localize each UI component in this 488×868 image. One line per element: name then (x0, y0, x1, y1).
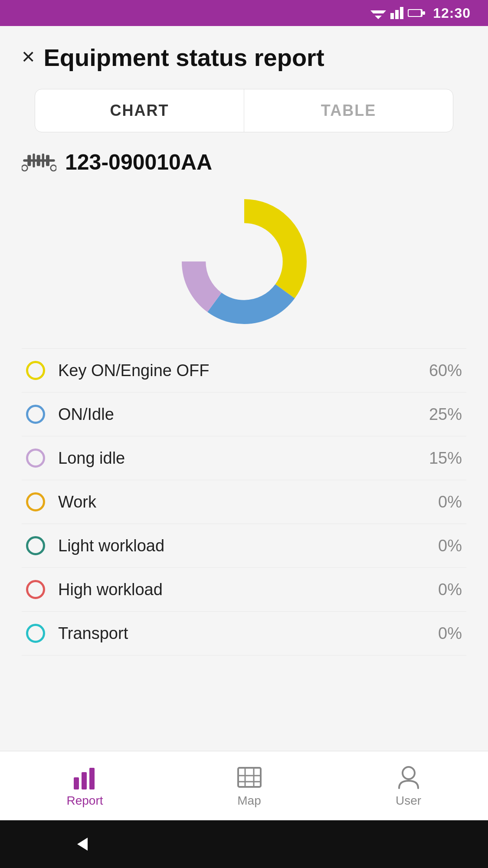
legend-label: High workload (58, 580, 438, 599)
status-time: 12:30 (433, 5, 471, 21)
svg-rect-3 (390, 13, 394, 19)
legend-item: High workload0% (22, 568, 466, 612)
back-button[interactable] (71, 833, 92, 855)
legend: Key ON/Engine OFF60%ON/Idle25%Long idle1… (0, 348, 488, 655)
main-content: × Equipment status report CHART TABLE 12… (0, 26, 488, 751)
equipment-row: 123-090010AA (0, 145, 488, 183)
svg-rect-4 (395, 10, 399, 19)
tab-switcher: CHART TABLE (35, 89, 453, 132)
report-icon (72, 764, 98, 790)
svg-rect-8 (409, 10, 421, 16)
legend-label: ON/Idle (58, 405, 429, 424)
nav-report[interactable]: Report (66, 764, 103, 808)
svg-rect-10 (27, 155, 31, 166)
tab-table[interactable]: TABLE (244, 89, 453, 132)
battery-icon (408, 8, 425, 18)
wifi-icon (370, 7, 386, 19)
status-icons (370, 7, 425, 19)
svg-point-29 (403, 767, 415, 779)
legend-item: Transport0% (22, 612, 466, 655)
svg-marker-30 (77, 838, 88, 851)
svg-point-16 (51, 165, 56, 171)
chart-container (0, 183, 488, 348)
legend-item: Work0% (22, 480, 466, 524)
legend-value: 25% (429, 405, 462, 424)
legend-value: 0% (438, 624, 462, 643)
svg-rect-11 (33, 154, 35, 167)
svg-point-15 (22, 165, 27, 171)
legend-item: Key ON/Engine OFF60% (22, 348, 466, 393)
equipment-icon (22, 151, 56, 173)
legend-dot (26, 536, 45, 555)
svg-rect-13 (42, 154, 44, 167)
legend-value: 15% (429, 449, 462, 468)
svg-rect-24 (238, 768, 261, 787)
legend-value: 0% (438, 580, 462, 599)
close-button[interactable]: × (22, 45, 35, 68)
svg-rect-14 (46, 155, 49, 166)
android-nav (0, 820, 488, 868)
legend-dot (26, 361, 45, 380)
nav-map-label: Map (237, 794, 261, 808)
svg-rect-5 (400, 7, 403, 19)
legend-label: Work (58, 493, 438, 511)
status-bar: 12:30 (0, 0, 488, 26)
signal-icon (390, 7, 403, 19)
svg-rect-22 (82, 772, 87, 789)
legend-dot (26, 492, 45, 511)
legend-label: Key ON/Engine OFF (58, 361, 429, 380)
legend-value: 0% (438, 493, 462, 511)
nav-user[interactable]: User (396, 764, 422, 808)
tab-chart[interactable]: CHART (35, 89, 244, 132)
legend-value: 0% (438, 537, 462, 555)
nav-user-label: User (396, 794, 421, 808)
bottom-nav: Report Map User (0, 751, 488, 820)
home-button[interactable] (233, 833, 255, 855)
legend-item: Light workload0% (22, 524, 466, 568)
nav-map[interactable]: Map (236, 764, 262, 808)
nav-report-label: Report (66, 794, 103, 808)
legend-label: Light workload (58, 537, 438, 555)
svg-rect-12 (37, 155, 40, 166)
recents-button[interactable] (396, 833, 418, 855)
svg-rect-7 (422, 11, 425, 15)
svg-rect-21 (74, 777, 79, 789)
header: × Equipment status report (0, 26, 488, 80)
svg-marker-2 (375, 16, 382, 19)
legend-dot (26, 624, 45, 643)
legend-dot (26, 405, 45, 424)
equipment-id: 123-090010AA (65, 150, 212, 175)
donut-chart (162, 192, 327, 331)
legend-item: ON/Idle25% (22, 393, 466, 436)
legend-label: Long idle (58, 449, 429, 468)
legend-item: Long idle15% (22, 436, 466, 480)
legend-dot (26, 449, 45, 468)
svg-rect-23 (89, 768, 95, 789)
user-icon (396, 764, 422, 790)
legend-dot (26, 580, 45, 599)
legend-label: Transport (58, 624, 438, 643)
page-title: Equipment status report (43, 43, 324, 72)
svg-point-20 (206, 224, 282, 300)
map-icon (236, 764, 262, 790)
legend-value: 60% (429, 361, 462, 380)
